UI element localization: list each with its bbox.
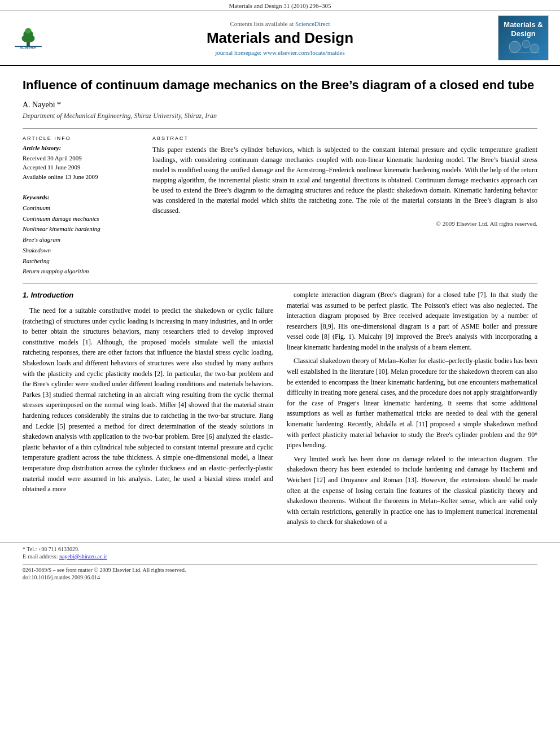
received-date: Received 30 April 2009 [23, 154, 141, 163]
available-date: Available online 13 June 2009 [23, 172, 141, 182]
footer-divider: 0261-3069/$ – see front matter © 2009 El… [23, 564, 537, 580]
abstract-text: This paper extends the Bree’s cylinder b… [152, 145, 537, 216]
journal-cover-area: Materials & Design [481, 15, 549, 60]
sciencedirect-link[interactable]: ScienceDirect [295, 20, 330, 27]
sciencedirect-line: Contents lists available at ScienceDirec… [79, 20, 481, 27]
body-col-right: complete interaction diagram (Bree's dia… [287, 290, 537, 531]
keyword-1: Continuum [23, 203, 141, 213]
article-title-section: Influence of continuum damage mechanics … [23, 66, 537, 129]
svg-point-8 [522, 40, 530, 48]
keyword-4: Bree's diagram [23, 234, 141, 245]
section1-title: 1. Introduction [23, 290, 273, 301]
journal-cover-image: Materials & Design [498, 15, 549, 60]
homepage-link[interactable]: journal homepage: www.elsevier.com/locat… [215, 49, 345, 56]
copyright-line: © 2009 Elsevier Ltd. All rights reserved… [152, 220, 537, 227]
email-link[interactable]: nayebi@shirazu.ac.ir [59, 553, 107, 560]
body-two-col: 1. Introduction The need for a suitable … [23, 290, 537, 531]
keyword-2: Continuum damage mechanics [23, 213, 141, 224]
main-content: Influence of continuum damage mechanics … [0, 66, 560, 536]
intro-paragraph-3: Classical shakedown theory of Melan–Kolt… [287, 356, 537, 450]
journal-ref-text: Materials and Design 31 (2010) 296–305 [229, 2, 331, 9]
cover-title-text: Materials & Design [504, 20, 542, 38]
keywords-label: Keywords: [23, 194, 141, 200]
journal-title: Materials and Design [79, 29, 481, 47]
svg-point-4 [25, 28, 31, 34]
sciencedirect-prefix: Contents lists available at [230, 20, 294, 27]
article-affiliation: Department of Mechanical Engineering, Sh… [23, 112, 537, 120]
article-title: Influence of continuum damage mechanics … [23, 77, 537, 94]
article-history-label: Article history: [23, 145, 141, 151]
abstract-heading: ABSTRACT [152, 136, 537, 141]
journal-reference-bar: Materials and Design 31 (2010) 296–305 [0, 0, 560, 11]
intro-paragraph-1: The need for a suitable constitutive mod… [23, 305, 273, 495]
footnote-star-text: * Tel.: +98 711 6133029. [23, 546, 80, 552]
issn-line: 0261-3069/$ – see front matter © 2009 El… [23, 567, 537, 573]
cover-title: Materials & Design [501, 20, 546, 38]
svg-point-7 [509, 41, 520, 53]
section1-number: 1. [23, 291, 29, 299]
article-info-abstract-section: ARTICLE INFO Article history: Received 3… [23, 129, 537, 284]
intro-paragraph-2: complete interaction diagram (Bree's dia… [287, 290, 537, 353]
elsevier-tree-icon: ELSEVIER [11, 27, 45, 49]
article-author: A. Nayebi * [23, 101, 537, 110]
journal-header-center: Contents lists available at ScienceDirec… [79, 20, 481, 56]
email-label: E-mail address: [23, 553, 58, 560]
svg-text:ELSEVIER: ELSEVIER [20, 46, 36, 49]
footnote-star: * Tel.: +98 711 6133029. [23, 546, 537, 552]
accepted-date: Accepted 11 June 2009 [23, 163, 141, 172]
cover-graphic [504, 38, 543, 55]
journal-header: ELSEVIER Contents lists available at Sci… [0, 11, 560, 66]
elsevier-logo: ELSEVIER [11, 27, 45, 49]
elsevier-logo-area: ELSEVIER [11, 27, 79, 49]
doi-line: doi:10.1016/j.matdes.2009.06.014 [23, 574, 537, 580]
journal-homepage: journal homepage: www.elsevier.com/locat… [79, 49, 481, 56]
body-content: 1. Introduction The need for a suitable … [23, 284, 537, 536]
section1-title-text: Introduction [30, 291, 73, 299]
intro-paragraph-4: Very limited work has been done on damag… [287, 454, 537, 527]
abstract-col: ABSTRACT This paper extends the Bree’s c… [152, 136, 537, 277]
keyword-3: Nonlinear kinematic hardening [23, 224, 141, 234]
keyword-6: Ratcheting [23, 256, 141, 267]
article-info-col: ARTICLE INFO Article history: Received 3… [23, 136, 141, 277]
email-line: E-mail address: nayebi@shirazu.ac.ir [23, 553, 537, 560]
article-info-heading: ARTICLE INFO [23, 136, 141, 141]
author-name: A. Nayebi * [23, 101, 61, 109]
body-col-left: 1. Introduction The need for a suitable … [23, 290, 273, 531]
keyword-7: Return mapping algorithm [23, 266, 141, 277]
keywords-list: Continuum Continuum damage mechanics Non… [23, 203, 141, 277]
svg-point-9 [530, 44, 539, 53]
page-footer: * Tel.: +98 711 6133029. E-mail address:… [0, 542, 560, 585]
keyword-5: Shakedown [23, 245, 141, 256]
